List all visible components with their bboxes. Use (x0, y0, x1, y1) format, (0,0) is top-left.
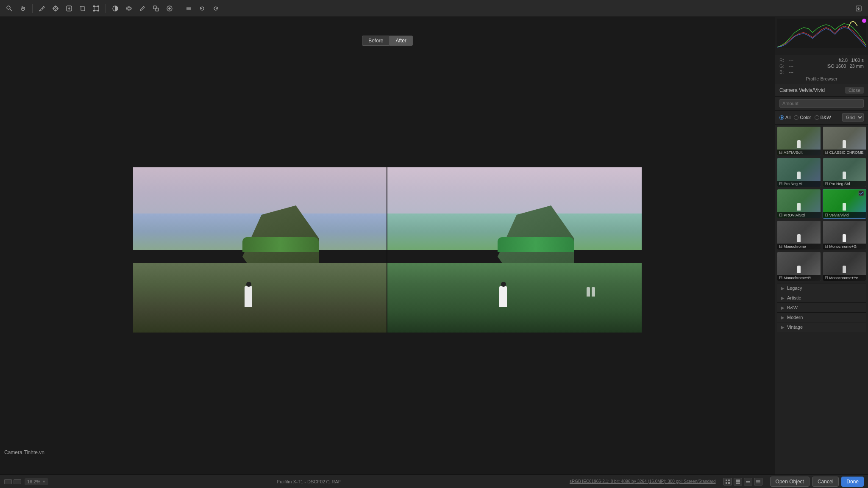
done-button[interactable]: Done (841, 477, 864, 487)
section-bw[interactable]: ▶ B&W (777, 302, 866, 312)
list-tool[interactable] (184, 3, 194, 14)
view-icon-4[interactable] (754, 478, 762, 485)
redo-tool[interactable] (211, 3, 221, 14)
hand-tool[interactable] (18, 3, 28, 14)
profile-monochrome[interactable]: 🎞 Monochrome (777, 220, 821, 250)
profile-provia-std[interactable]: 🎞 PROVIA/Std (777, 189, 821, 219)
after-button[interactable]: After (389, 36, 413, 46)
profile-pro-neg-std[interactable]: 🎞 Pro Neg Std (823, 158, 867, 187)
iso: ISO 1600 (826, 64, 846, 69)
canvas-area: Before After (0, 17, 775, 474)
profile-astia-soft[interactable]: 🎞 ASTIA/Soft (777, 126, 821, 156)
before-photo (133, 167, 387, 333)
svg-rect-32 (736, 480, 740, 481)
thumb-person (797, 234, 801, 242)
aperture: f/2.8 (839, 58, 848, 63)
filter-all-radio[interactable] (779, 115, 784, 120)
profile-row-3: 🎞 PROVIA/Std 🎞 Velvia/Vivid (777, 189, 866, 219)
section-modern[interactable]: ▶ Modern (777, 312, 866, 322)
g-value: --- (789, 64, 793, 69)
layout-toggle-2[interactable] (14, 479, 21, 484)
section-artistic-label: Artistic (787, 295, 801, 300)
cancel-button[interactable]: Cancel (812, 477, 839, 487)
filter-all-label: All (785, 115, 790, 120)
gradient-mask-tool[interactable] (110, 3, 120, 14)
view-icon-3[interactable] (744, 478, 752, 485)
section-legacy-label: Legacy (787, 286, 802, 291)
close-button[interactable]: Close (845, 87, 864, 94)
before-button[interactable]: Before (362, 36, 389, 46)
before-after-toggle: Before After (362, 36, 413, 46)
svg-rect-31 (728, 482, 730, 484)
profile-pro-neg-hi[interactable]: 🎞 Pro Neg Hi (777, 158, 821, 187)
amount-input[interactable] (779, 99, 864, 108)
clone-stamp-tool[interactable] (151, 3, 161, 14)
target-adjust-tool[interactable] (50, 3, 61, 14)
filter-row: All Color B&W Grid (775, 111, 868, 125)
layout-toggle-1[interactable] (4, 479, 12, 484)
profile-monochrome-g[interactable]: 🎞 Monochrome+G (823, 220, 867, 250)
thumb-person (843, 266, 846, 273)
profile-row-4: 🎞 Monochrome 🎞 Monochrome+G (777, 220, 866, 250)
crop-tool[interactable] (78, 3, 88, 14)
profile-monochrome-ye[interactable]: 🎞 Monochrome+Ye (823, 252, 867, 281)
zoom-dropdown-arrow: ▼ (42, 480, 46, 484)
brush-tool[interactable] (37, 3, 47, 14)
profile-pro-neg-hi-label: 🎞 Pro Neg Hi (777, 181, 821, 187)
filter-radio-group: All Color B&W (779, 115, 831, 120)
svg-rect-30 (726, 482, 727, 484)
sep3 (179, 4, 179, 13)
svg-rect-19 (153, 6, 156, 9)
profile-grid: 🎞 ASTIA/Soft 🎞 CLASSIC CHROME (775, 125, 868, 474)
transform-tool[interactable] (91, 3, 101, 14)
view-mode-select[interactable]: Grid (842, 113, 864, 122)
after-photo (387, 167, 642, 333)
svg-rect-12 (93, 6, 95, 7)
zoom-tool[interactable] (4, 3, 14, 14)
pen-tool[interactable] (137, 3, 147, 14)
section-artistic[interactable]: ▶ Artistic (777, 293, 866, 302)
view-icon-2[interactable] (734, 478, 742, 485)
r-label: R: (779, 58, 785, 63)
healing-tool[interactable] (64, 3, 74, 14)
profile-monochrome-ye-label: 🎞 Monochrome+Ye (823, 275, 866, 281)
toolbar (0, 0, 868, 17)
right-panel: R: --- f/2.8 1/60 s G: --- ISO 1600 23 m… (775, 17, 868, 474)
zoom-level: 16.2% (27, 479, 40, 484)
view-icon-1[interactable] (723, 478, 732, 485)
patch-tool[interactable] (164, 3, 175, 14)
filter-color-radio[interactable] (794, 115, 798, 120)
current-profile-name: Camera Velvia/Vivid (779, 87, 825, 93)
filename-display: Fujifilm X-T1 - DSCF0271.RAF (277, 479, 341, 484)
thumb-person (843, 172, 846, 179)
export-icon[interactable] (854, 3, 864, 14)
profile-velvia-label: 🎞 Velvia/Vivid (823, 212, 866, 218)
undo-tool[interactable] (197, 3, 207, 14)
open-object-button[interactable]: Open Object (770, 477, 810, 487)
filter-all[interactable]: All (779, 115, 790, 120)
section-vintage[interactable]: ▶ Vintage (777, 322, 866, 332)
sep2 (106, 4, 106, 13)
svg-point-0 (7, 6, 10, 9)
svg-point-18 (128, 8, 130, 9)
profile-velvia-vivid[interactable]: 🎞 Velvia/Vivid (823, 189, 867, 219)
profile-monochrome-r[interactable]: 🎞 Monochrome+R (777, 252, 821, 281)
section-legacy[interactable]: ▶ Legacy (777, 283, 866, 293)
statusbar-left: 16.2% ▼ (4, 478, 48, 485)
filter-bw-radio[interactable] (815, 115, 819, 120)
filter-bw[interactable]: B&W (815, 115, 831, 120)
radial-filter-tool[interactable] (124, 3, 134, 14)
bw-chevron: ▶ (781, 305, 785, 310)
svg-rect-27 (859, 191, 864, 196)
svg-rect-28 (726, 480, 727, 481)
zoom-control[interactable]: 16.2% ▼ (25, 478, 48, 485)
thumb-person (843, 203, 846, 211)
profile-classic-chrome[interactable]: 🎞 CLASSIC CHROME (823, 126, 867, 156)
profile-browser-title: Profile Browser (806, 76, 837, 81)
thumb-person (797, 140, 801, 148)
filter-color[interactable]: Color (794, 115, 811, 120)
svg-rect-33 (736, 481, 740, 482)
svg-line-1 (10, 9, 12, 11)
svg-rect-26 (777, 19, 866, 48)
sep1 (32, 4, 33, 13)
